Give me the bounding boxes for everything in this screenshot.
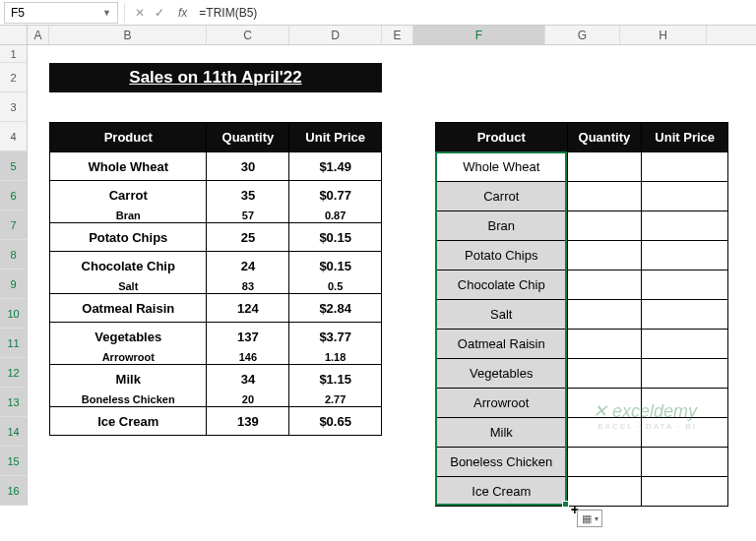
- cell[interactable]: $0.15: [289, 223, 382, 252]
- row-header-15[interactable]: 15: [0, 447, 28, 476]
- cell[interactable]: 83: [207, 280, 289, 294]
- col-header-B[interactable]: B: [49, 26, 207, 44]
- row-header-16[interactable]: 16: [0, 476, 28, 506]
- cell-quantity[interactable]: [567, 477, 642, 507]
- col-header-F[interactable]: F: [413, 26, 545, 44]
- row-header-14[interactable]: 14: [0, 417, 28, 447]
- cell-quantity[interactable]: [567, 359, 642, 389]
- formula-input[interactable]: =TRIM(B5): [193, 6, 756, 20]
- cell[interactable]: Carrot: [50, 181, 207, 210]
- confirm-icon[interactable]: ✓: [155, 6, 164, 20]
- cell[interactable]: $1.15: [289, 365, 382, 393]
- cell[interactable]: Oatmeal Raisin: [50, 294, 207, 323]
- cell-unitprice[interactable]: [642, 211, 728, 241]
- cell[interactable]: 25: [207, 223, 289, 252]
- row-header-2[interactable]: 2: [0, 63, 28, 92]
- row-header-4[interactable]: 4: [0, 122, 28, 151]
- row-header-5[interactable]: 5: [0, 151, 28, 181]
- row-header-6[interactable]: 6: [0, 181, 28, 210]
- cell[interactable]: 20: [207, 393, 289, 407]
- cell[interactable]: $0.65: [289, 407, 382, 436]
- cell-unitprice[interactable]: [642, 152, 728, 182]
- cell[interactable]: $2.84: [289, 294, 382, 323]
- cell-quantity[interactable]: [567, 241, 642, 270]
- cell-quantity[interactable]: [567, 270, 642, 300]
- cell[interactable]: 0.87: [289, 210, 382, 223]
- row-header-13[interactable]: 13: [0, 388, 28, 417]
- cell-product[interactable]: Vegetables: [436, 359, 568, 389]
- cell-quantity[interactable]: [567, 330, 642, 359]
- row-header-11[interactable]: 11: [0, 329, 28, 358]
- cell-product[interactable]: Chocolate Chip: [436, 270, 568, 300]
- col-header-C[interactable]: C: [207, 26, 289, 44]
- cell-quantity[interactable]: [567, 448, 642, 477]
- name-box[interactable]: F5 ▼: [4, 2, 118, 24]
- cell[interactable]: 35: [207, 181, 289, 210]
- row-header-7[interactable]: 7: [0, 210, 28, 240]
- cell-product[interactable]: Oatmeal Raisin: [436, 330, 568, 359]
- cell-product[interactable]: Salt: [436, 300, 568, 330]
- cell[interactable]: $0.15: [289, 252, 382, 280]
- cell[interactable]: Milk: [50, 365, 207, 393]
- col-header-D[interactable]: D: [289, 26, 382, 44]
- cell-unitprice[interactable]: [642, 300, 728, 330]
- row-header-12[interactable]: 12: [0, 358, 28, 388]
- cell-product[interactable]: Carrot: [436, 182, 568, 211]
- cell[interactable]: $3.77: [289, 323, 382, 351]
- row-header-3[interactable]: 3: [0, 92, 28, 122]
- cell[interactable]: Salt: [50, 280, 207, 294]
- name-box-dropdown-icon[interactable]: ▼: [102, 8, 111, 18]
- cell-unitprice[interactable]: [642, 241, 728, 270]
- cell[interactable]: Boneless Chicken: [50, 393, 207, 407]
- col-header-E[interactable]: E: [382, 26, 413, 44]
- row-header-10[interactable]: 10: [0, 299, 28, 329]
- cell[interactable]: 1.18: [289, 351, 382, 365]
- cell[interactable]: Chocolate Chip: [50, 252, 207, 280]
- cell[interactable]: Ice Cream: [50, 407, 207, 436]
- cell[interactable]: 34: [207, 365, 289, 393]
- cell[interactable]: 124: [207, 294, 289, 323]
- col-header-G[interactable]: G: [545, 26, 620, 44]
- cell-product[interactable]: Ice Cream: [436, 477, 568, 507]
- cell[interactable]: Vegetables: [50, 323, 207, 351]
- cell-unitprice[interactable]: [642, 330, 728, 359]
- cell[interactable]: 146: [207, 351, 289, 365]
- col-header-H[interactable]: H: [620, 26, 707, 44]
- cancel-icon[interactable]: ✕: [135, 6, 145, 20]
- cell[interactable]: Arrowroot: [50, 351, 207, 365]
- cell-product[interactable]: Arrowroot: [436, 389, 568, 418]
- cell[interactable]: Bran: [50, 210, 207, 223]
- cell[interactable]: Whole Wheat: [50, 152, 207, 181]
- cell-quantity[interactable]: [567, 182, 642, 211]
- cell-unitprice[interactable]: [642, 182, 728, 211]
- cell[interactable]: 2.77: [289, 393, 382, 407]
- cell[interactable]: 24: [207, 252, 289, 280]
- cell-unitprice[interactable]: [642, 270, 728, 300]
- cell[interactable]: 137: [207, 323, 289, 351]
- col-header-A[interactable]: A: [28, 26, 49, 44]
- cell-product[interactable]: Milk: [436, 418, 568, 448]
- cell[interactable]: $0.77: [289, 181, 382, 210]
- cell-product[interactable]: Bran: [436, 211, 568, 241]
- cell-unitprice[interactable]: [642, 448, 728, 477]
- select-all-corner[interactable]: [0, 26, 28, 44]
- row-header-9[interactable]: 9: [0, 270, 28, 299]
- cell-product[interactable]: Whole Wheat: [436, 152, 568, 182]
- row-header-1[interactable]: 1: [0, 45, 28, 63]
- fx-icon[interactable]: fx: [172, 6, 193, 20]
- cell-quantity[interactable]: [567, 152, 642, 182]
- sheet-area[interactable]: Sales on 11th April'22 Product Quantity …: [28, 45, 756, 506]
- cell[interactable]: 57: [207, 210, 289, 223]
- cell[interactable]: $1.49: [289, 152, 382, 181]
- cell-quantity[interactable]: [567, 300, 642, 330]
- cell[interactable]: 30: [207, 152, 289, 181]
- cell[interactable]: 0.5: [289, 280, 382, 294]
- cell[interactable]: Potato Chips: [50, 223, 207, 252]
- row-header-8[interactable]: 8: [0, 240, 28, 270]
- cell[interactable]: 139: [207, 407, 289, 436]
- cell-product[interactable]: Boneless Chicken: [436, 448, 568, 477]
- cell-unitprice[interactable]: [642, 477, 728, 507]
- autofill-options-button[interactable]: [577, 510, 602, 527]
- cell-quantity[interactable]: [567, 211, 642, 241]
- cell-product[interactable]: Potato Chips: [436, 241, 568, 270]
